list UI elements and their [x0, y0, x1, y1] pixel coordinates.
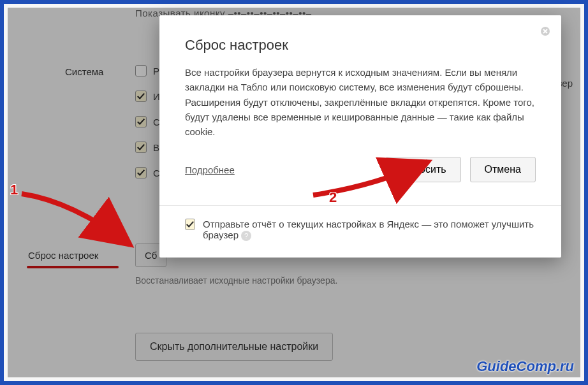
cancel-button[interactable]: Отмена	[470, 157, 536, 182]
hide-advanced-button[interactable]: Скрыть дополнительные настройки	[135, 333, 333, 361]
report-label: Отправьте отчёт о текущих настройках в Я…	[203, 219, 536, 241]
confirm-reset-button[interactable]: Сбросить	[386, 157, 460, 182]
checkbox-icon[interactable]	[135, 142, 147, 153]
dialog-body: Все настройки браузера вернутся к исходн…	[185, 65, 536, 139]
callout-2: 2	[329, 189, 337, 206]
help-icon[interactable]: ?	[241, 231, 251, 241]
reset-settings-label: Сброс настроек	[28, 250, 98, 261]
reset-dialog: Сброс настроек Все настройки браузера ве…	[159, 15, 561, 258]
callout-1: 1	[10, 182, 18, 198]
checkbox-icon[interactable]	[135, 167, 147, 178]
checkbox-row[interactable]: Р	[135, 65, 160, 76]
checkbox-icon[interactable]	[135, 91, 147, 102]
report-checkbox-icon[interactable]	[185, 219, 195, 230]
dialog-title: Сброс настроек	[185, 37, 536, 54]
system-checkbox-list: Р И С В С	[135, 65, 160, 178]
watermark: GuideComp.ru	[476, 358, 574, 375]
checkbox-icon[interactable]	[135, 116, 147, 127]
reset-description: Восстанавливает исходные настройки брауз…	[135, 275, 337, 286]
annotation-underline	[27, 266, 119, 268]
checkbox-row[interactable]: С	[135, 167, 160, 178]
close-icon[interactable]	[538, 24, 552, 38]
checkbox-icon[interactable]	[135, 65, 147, 76]
checkbox-row[interactable]: И	[135, 91, 160, 102]
more-link[interactable]: Подробнее	[185, 164, 235, 175]
checkbox-label: В	[153, 142, 159, 153]
checkbox-label: Р	[153, 66, 159, 76]
section-system-label: Система	[65, 66, 103, 77]
checkbox-row[interactable]: В	[135, 142, 160, 153]
checkbox-row[interactable]: С	[135, 116, 160, 127]
